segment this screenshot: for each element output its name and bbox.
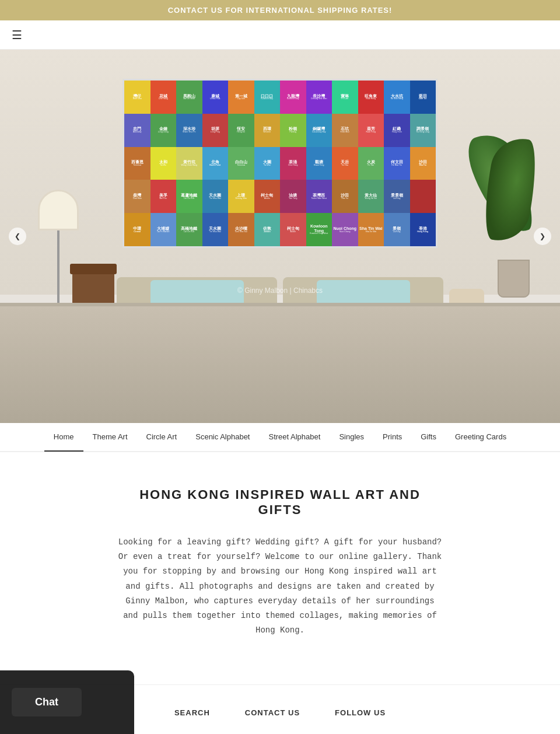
nav-item-circle-art[interactable]: Circle Art xyxy=(137,422,187,452)
baseboard xyxy=(0,303,560,306)
hero-next-button[interactable]: ❯ xyxy=(534,228,551,245)
top-banner: CONTACT US FOR INTERNATIONAL SHIPPING RA… xyxy=(0,0,560,20)
hero-prev-button[interactable]: ❮ xyxy=(9,228,26,245)
footer-search-link[interactable]: SEARCH xyxy=(174,708,210,717)
footer-contact-link[interactable]: CONTACT US xyxy=(245,708,300,717)
menu-icon[interactable]: ☰ xyxy=(12,28,22,42)
header: ☰ xyxy=(0,20,560,50)
nav-item-scenic-alphabet[interactable]: Scenic Alphabet xyxy=(186,422,259,452)
chat-button[interactable]: Chat xyxy=(12,688,82,716)
hk-artwork: 灣仔Wan Chai 花城Che Hang 馬鞍山Ma On Shan 康城Lo… xyxy=(123,79,438,248)
left-side-table xyxy=(70,264,117,306)
nav-item-prints[interactable]: Prints xyxy=(373,422,411,452)
footer-follow-link[interactable]: FOLLOW US xyxy=(335,708,386,717)
hero-section: 灣仔Wan Chai 花城Che Hang 馬鞍山Ma On Shan 康城Lo… xyxy=(0,50,560,423)
nav-item-street-alphabet[interactable]: Street Alphabet xyxy=(259,422,330,452)
nav-item-singles[interactable]: Singles xyxy=(330,422,373,452)
main-nav: Home Theme Art Circle Art Scenic Alphabe… xyxy=(0,423,560,452)
right-plant xyxy=(478,131,548,306)
nav-item-theme-art[interactable]: Theme Art xyxy=(83,422,137,452)
watermark: © Ginny Malbon | Chinabcs xyxy=(237,286,323,295)
main-content: HONG KONG INSPIRED WALL ART AND GIFTS Lo… xyxy=(105,452,455,661)
nav-list: Home Theme Art Circle Art Scenic Alphabe… xyxy=(44,422,516,452)
room-floor xyxy=(0,306,560,423)
page-description: Looking for a leaving gift? Wedding gift… xyxy=(117,535,443,638)
nav-item-greeting-cards[interactable]: Greeting Cards xyxy=(446,422,516,452)
page-title: HONG KONG INSPIRED WALL ART AND GIFTS xyxy=(117,487,443,518)
nav-item-gifts[interactable]: Gifts xyxy=(411,422,446,452)
chat-widget: Chat xyxy=(0,670,134,734)
nav-item-home[interactable]: Home xyxy=(44,422,83,452)
